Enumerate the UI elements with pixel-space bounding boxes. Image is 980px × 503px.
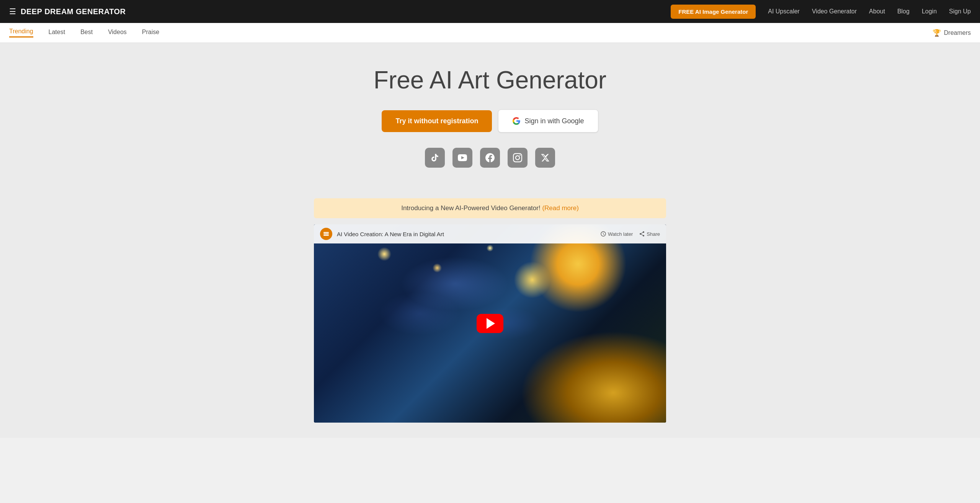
sub-nav-links: Trending Latest Best Videos Praise [9, 28, 159, 38]
svg-rect-0 [323, 232, 329, 233]
subnav-best[interactable]: Best [80, 29, 93, 37]
svg-rect-2 [323, 235, 329, 236]
subnav-trending[interactable]: Trending [9, 28, 33, 38]
hero-section: Free AI Art Generator Try it without reg… [0, 43, 980, 198]
facebook-icon[interactable] [480, 148, 500, 168]
google-sign-in-label: Sign in with Google [524, 117, 584, 125]
video-section: AI Video Creation: A New Era in Digital … [0, 224, 980, 438]
dreamers-link[interactable]: 🏆 Dreamers [933, 29, 971, 37]
youtube-icon[interactable] [452, 148, 472, 168]
nav-link-ai-upscaler[interactable]: AI Upscaler [768, 8, 800, 15]
twitter-icon[interactable] [535, 148, 555, 168]
nav-links: AI Upscaler Video Generator About Blog L… [768, 8, 971, 15]
subnav-latest[interactable]: Latest [49, 29, 65, 37]
try-without-registration-button[interactable]: Try it without registration [382, 110, 492, 132]
play-triangle-icon [487, 318, 495, 329]
hero-title: Free AI Art Generator [374, 66, 606, 94]
video-title: AI Video Creation: A New Era in Digital … [337, 231, 444, 237]
google-logo-icon [512, 117, 521, 125]
sign-in-with-google-button[interactable]: Sign in with Google [498, 109, 598, 132]
watch-later-button[interactable]: Watch later [600, 231, 633, 237]
share-label: Share [647, 231, 660, 237]
video-channel-icon [320, 228, 332, 240]
hamburger-icon[interactable]: ☰ [9, 7, 16, 16]
watch-later-label: Watch later [608, 231, 633, 237]
nav-link-blog[interactable]: Blog [897, 8, 910, 15]
nav-link-signup[interactable]: Sign Up [949, 8, 971, 15]
nav-link-about[interactable]: About [869, 8, 885, 15]
subnav-videos[interactable]: Videos [108, 29, 127, 37]
video-wrapper[interactable]: AI Video Creation: A New Era in Digital … [314, 224, 666, 423]
announcement-wrapper: Introducing a New AI-Powered Video Gener… [0, 198, 980, 224]
logo-text: DEEP DREAM GENERATOR [21, 7, 126, 16]
video-top-right-controls: Watch later Share [600, 231, 660, 237]
nav-link-video-generator[interactable]: Video Generator [812, 8, 857, 15]
top-nav: ☰ DEEP DREAM GENERATOR FREE AI Image Gen… [0, 0, 980, 23]
tiktok-icon[interactable] [425, 148, 445, 168]
video-container: AI Video Creation: A New Era in Digital … [314, 224, 666, 423]
sub-nav: Trending Latest Best Videos Praise 🏆 Dre… [0, 23, 980, 43]
announcement-banner: Introducing a New AI-Powered Video Gener… [314, 198, 666, 218]
dreamers-trophy-icon: 🏆 [933, 29, 941, 37]
hero-buttons: Try it without registration Sign in with… [382, 109, 598, 132]
announcement-read-more-link[interactable]: (Read more) [542, 204, 578, 212]
video-play-button[interactable] [477, 314, 503, 333]
share-button[interactable]: Share [639, 231, 660, 237]
social-icons [425, 148, 555, 168]
announcement-text: Introducing a New AI-Powered Video Gener… [401, 204, 541, 212]
free-ai-image-generator-button[interactable]: FREE AI Image Generator [671, 5, 756, 19]
svg-rect-1 [323, 234, 329, 235]
video-overlay-bar: AI Video Creation: A New Era in Digital … [314, 224, 666, 243]
subnav-praise[interactable]: Praise [142, 29, 159, 37]
nav-link-login[interactable]: Login [922, 8, 937, 15]
dreamers-label: Dreamers [944, 29, 971, 36]
instagram-icon[interactable] [508, 148, 528, 168]
